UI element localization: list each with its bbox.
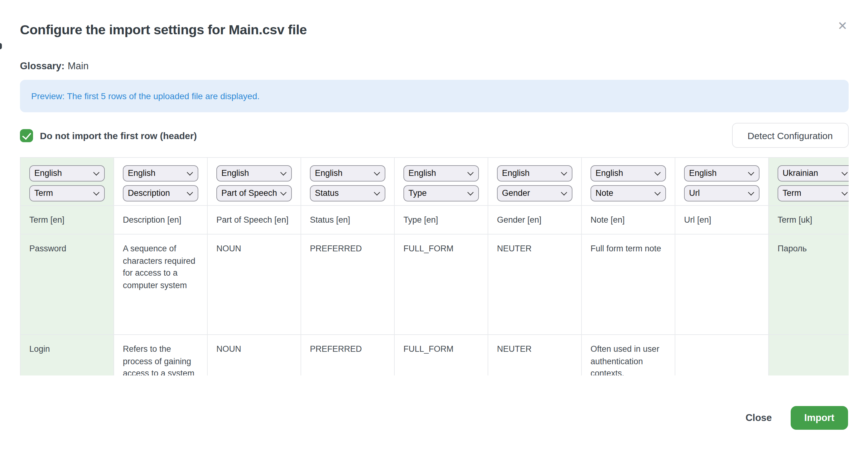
column-4-field-select-wrap: Status bbox=[310, 185, 385, 201]
column-2-field-select[interactable]: Description bbox=[123, 185, 198, 201]
column-3-language-select-wrap: English bbox=[216, 165, 292, 181]
header-cell: Note [en] bbox=[582, 205, 675, 234]
column-8-field-select-wrap: Url bbox=[684, 185, 760, 201]
column-5-language-select[interactable]: English bbox=[403, 165, 479, 181]
column-1-field-select[interactable]: Term bbox=[29, 185, 105, 201]
table-cell: NEUTER bbox=[488, 334, 582, 376]
import-settings-modal: Configure the import settings for Main.c… bbox=[0, 0, 868, 450]
table-cell: PREFERRED bbox=[301, 334, 394, 376]
column-2-language-select-wrap: English bbox=[123, 165, 198, 181]
column-7-language-select-wrap: English bbox=[590, 165, 666, 181]
column-8-language-select-wrap: English bbox=[684, 165, 760, 181]
preview-table: EnglishTermEnglishDescriptionEnglishPart… bbox=[20, 158, 849, 376]
modal-title: Configure the import settings for Main.c… bbox=[20, 23, 307, 37]
table-cell: Login bbox=[20, 334, 114, 376]
column-1-language-select[interactable]: English bbox=[29, 165, 105, 181]
table-cell: Пароль bbox=[769, 234, 849, 334]
column-7-mapping-cell: EnglishNote bbox=[582, 158, 675, 205]
column-2-language-select[interactable]: English bbox=[123, 165, 198, 181]
skip-header-checkbox-label: Do not import the first row (header) bbox=[40, 130, 197, 141]
table-cell: FULL_FORM bbox=[394, 334, 488, 376]
table-cell: NOUN bbox=[207, 234, 301, 334]
column-4-field-select[interactable]: Status bbox=[310, 185, 385, 201]
column-9-language-select[interactable]: Ukrainian bbox=[778, 165, 849, 181]
column-6-language-select[interactable]: English bbox=[497, 165, 572, 181]
column-6-field-select[interactable]: Gender bbox=[497, 185, 572, 201]
header-cell: Gender [en] bbox=[488, 205, 582, 234]
clipped-edge-element bbox=[0, 43, 2, 49]
column-5-language-select-wrap: English bbox=[403, 165, 479, 181]
table-cell bbox=[769, 334, 849, 376]
column-8-language-select[interactable]: English bbox=[684, 165, 760, 181]
preview-info-text: Preview: The first 5 rows of the uploade… bbox=[31, 91, 260, 101]
detect-configuration-button[interactable]: Detect Configuration bbox=[732, 123, 849, 148]
column-4-mapping-cell: EnglishStatus bbox=[301, 158, 394, 205]
column-4-language-select-wrap: English bbox=[310, 165, 385, 181]
column-5-field-select[interactable]: Type bbox=[403, 185, 479, 201]
column-7-language-select[interactable]: English bbox=[590, 165, 666, 181]
column-1-mapping-cell: EnglishTerm bbox=[20, 158, 114, 205]
glossary-label: Glossary: bbox=[20, 60, 65, 71]
column-8-mapping-cell: EnglishUrl bbox=[675, 158, 769, 205]
header-cell: Url [en] bbox=[675, 205, 769, 234]
column-7-field-select-wrap: Note bbox=[590, 185, 666, 201]
glossary-value: Main bbox=[68, 60, 89, 71]
column-9-language-select-wrap: Ukrainian bbox=[778, 165, 849, 181]
header-cell: Status [en] bbox=[301, 205, 394, 234]
column-6-mapping-cell: EnglishGender bbox=[488, 158, 582, 205]
column-5-mapping-cell: EnglishType bbox=[394, 158, 488, 205]
column-3-language-select[interactable]: English bbox=[216, 165, 292, 181]
column-9-field-select[interactable]: Term bbox=[778, 185, 849, 201]
import-button[interactable]: Import bbox=[791, 406, 848, 430]
table-cell: NEUTER bbox=[488, 234, 582, 334]
table-cell: NOUN bbox=[207, 334, 301, 376]
column-9-field-select-wrap: Term bbox=[778, 185, 849, 201]
column-5-field-select-wrap: Type bbox=[403, 185, 479, 201]
header-cell: Term [uk] bbox=[769, 205, 849, 234]
preview-info-banner: Preview: The first 5 rows of the uploade… bbox=[20, 80, 848, 112]
column-2-mapping-cell: EnglishDescription bbox=[114, 158, 207, 205]
column-4-language-select[interactable]: English bbox=[310, 165, 385, 181]
glossary-line: Glossary:Main bbox=[20, 60, 89, 72]
skip-header-checkbox-group[interactable]: Do not import the first row (header) bbox=[20, 129, 197, 142]
table-row: PasswordA sequence of characters require… bbox=[20, 234, 849, 334]
table-cell: A sequence of characters required for ac… bbox=[114, 234, 207, 334]
header-cell: Term [en] bbox=[20, 205, 114, 234]
table-cell: FULL_FORM bbox=[394, 234, 488, 334]
column-6-field-select-wrap: Gender bbox=[497, 185, 572, 201]
close-icon[interactable]: ✕ bbox=[837, 20, 847, 32]
header-cell: Description [en] bbox=[114, 205, 207, 234]
column-1-language-select-wrap: English bbox=[29, 165, 105, 181]
header-cell: Part of Speech [en] bbox=[207, 205, 301, 234]
modal-footer: Close Import bbox=[745, 406, 848, 430]
table-cell: Refers to the process of gaining access … bbox=[114, 334, 207, 376]
table-cell bbox=[675, 234, 769, 334]
column-6-language-select-wrap: English bbox=[497, 165, 572, 181]
table-row: LoginRefers to the process of gaining ac… bbox=[20, 334, 849, 376]
table-cell bbox=[675, 334, 769, 376]
skip-header-checkbox[interactable] bbox=[20, 129, 33, 142]
column-3-field-select[interactable]: Part of Speech bbox=[216, 185, 292, 201]
table-cell: PREFERRED bbox=[301, 234, 394, 334]
column-3-mapping-cell: EnglishPart of Speech bbox=[207, 158, 301, 205]
options-row: Do not import the first row (header) Det… bbox=[20, 123, 848, 148]
column-1-field-select-wrap: Term bbox=[29, 185, 105, 201]
column-9-mapping-cell: UkrainianTerm bbox=[769, 158, 849, 205]
column-3-field-select-wrap: Part of Speech bbox=[216, 185, 292, 201]
close-button[interactable]: Close bbox=[745, 412, 772, 423]
header-cell: Type [en] bbox=[394, 205, 488, 234]
table-header-row: Term [en]Description [en]Part of Speech … bbox=[20, 205, 849, 234]
column-8-field-select[interactable]: Url bbox=[684, 185, 760, 201]
preview-table-container[interactable]: EnglishTermEnglishDescriptionEnglishPart… bbox=[20, 157, 849, 376]
column-2-field-select-wrap: Description bbox=[123, 185, 198, 201]
table-cell: Often used in user authentication contex… bbox=[582, 334, 675, 376]
column-7-field-select[interactable]: Note bbox=[590, 185, 666, 201]
table-cell: Password bbox=[20, 234, 114, 334]
table-cell: Full form term note bbox=[582, 234, 675, 334]
column-mapping-row: EnglishTermEnglishDescriptionEnglishPart… bbox=[20, 158, 849, 205]
